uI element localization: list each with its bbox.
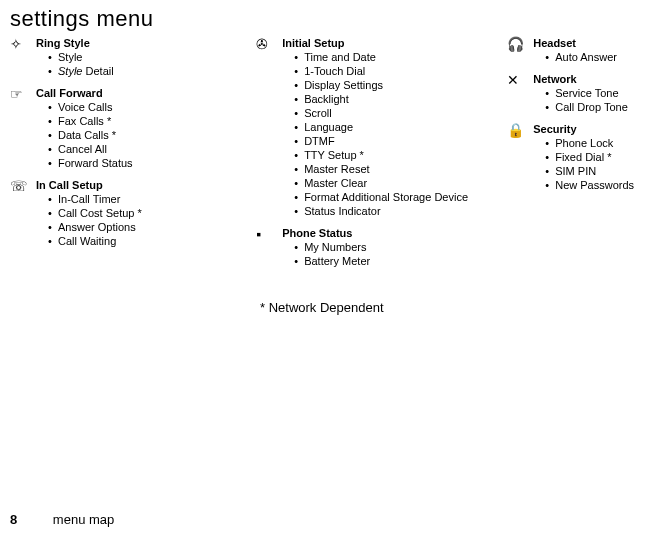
list-item: Fax Calls * [48,114,256,128]
menu-section: 🔒SecurityPhone LockFixed Dial *SIM PINNe… [507,122,647,192]
menu-section: ✧Ring StyleStyleStyle Detail [10,36,256,78]
section-heading: Phone Status [282,226,507,240]
section-list: Voice CallsFax Calls *Data Calls *Cancel… [36,100,256,170]
menu-section: ▪Phone StatusMy NumbersBattery Meter [256,226,507,268]
section-heading: Security [533,122,647,136]
section-list: Auto Answer [533,50,647,64]
section-list: StyleStyle Detail [36,50,256,78]
list-item: Data Calls * [48,128,256,142]
column-2: ✇Initial SetupTime and Date1-Touch DialD… [256,36,507,276]
in-call-setup-icon: ☏ [10,178,30,248]
network-icon: ✕ [507,72,527,114]
list-item: Format Additional Storage Device [294,190,507,204]
list-item: My Numbers [294,240,507,254]
list-item: Forward Status [48,156,256,170]
section-heading: Initial Setup [282,36,507,50]
menu-section: ✕NetworkService ToneCall Drop Tone [507,72,647,114]
section-body: Initial SetupTime and Date1-Touch DialDi… [276,36,507,218]
list-item: 1-Touch Dial [294,64,507,78]
italic-text: Style [58,65,82,77]
headset-icon: 🎧 [507,36,527,64]
list-item: Style [48,50,256,64]
call-forward-icon: ☞ [10,86,30,170]
list-item: Master Reset [294,162,507,176]
page-number: 8 [10,512,17,527]
list-item: Status Indicator [294,204,507,218]
section-body: SecurityPhone LockFixed Dial *SIM PINNew… [527,122,647,192]
menu-section: ☏In Call SetupIn-Call TimerCall Cost Set… [10,178,256,248]
section-list: My NumbersBattery Meter [282,240,507,268]
menu-section: ✇Initial SetupTime and Date1-Touch DialD… [256,36,507,218]
section-body: In Call SetupIn-Call TimerCall Cost Setu… [30,178,256,248]
list-item: Cancel All [48,142,256,156]
section-heading: Network [533,72,647,86]
section-body: HeadsetAuto Answer [527,36,647,64]
initial-setup-icon: ✇ [256,36,276,218]
section-list: Service ToneCall Drop Tone [533,86,647,114]
footnote: * Network Dependent [0,300,657,315]
list-item: Master Clear [294,176,507,190]
page-title: settings menu [0,0,657,36]
section-heading: Ring Style [36,36,256,50]
list-item: Language [294,120,507,134]
section-list: Phone LockFixed Dial *SIM PINNew Passwor… [533,136,647,192]
section-body: NetworkService ToneCall Drop Tone [527,72,647,114]
columns-container: ✧Ring StyleStyleStyle Detail☞Call Forwar… [0,36,657,276]
list-item: New Passwords [545,178,647,192]
menu-section: 🎧HeadsetAuto Answer [507,36,647,64]
section-body: Call ForwardVoice CallsFax Calls *Data C… [30,86,256,170]
list-item: SIM PIN [545,164,647,178]
menu-section: ☞Call ForwardVoice CallsFax Calls *Data … [10,86,256,170]
section-list: Time and Date1-Touch DialDisplay Setting… [282,50,507,218]
list-item: Voice Calls [48,100,256,114]
phone-status-icon: ▪ [256,226,276,268]
section-body: Phone StatusMy NumbersBattery Meter [276,226,507,268]
section-body: Ring StyleStyleStyle Detail [30,36,256,78]
list-item: Battery Meter [294,254,507,268]
list-item: Scroll [294,106,507,120]
column-3: 🎧HeadsetAuto Answer✕NetworkService ToneC… [507,36,647,276]
list-item: Call Waiting [48,234,256,248]
plain-text: Detail [82,65,113,77]
section-heading: In Call Setup [36,178,256,192]
section-heading: Call Forward [36,86,256,100]
section-heading: Headset [533,36,647,50]
section-list: In-Call TimerCall Cost Setup *Answer Opt… [36,192,256,248]
list-item: In-Call Timer [48,192,256,206]
column-1: ✧Ring StyleStyleStyle Detail☞Call Forwar… [10,36,256,276]
footer: 8 menu map [10,512,114,527]
ring-style-icon: ✧ [10,36,30,78]
list-item: TTY Setup * [294,148,507,162]
list-item: Call Drop Tone [545,100,647,114]
list-item: Answer Options [48,220,256,234]
list-item: DTMF [294,134,507,148]
list-item: Service Tone [545,86,647,100]
list-item: Backlight [294,92,507,106]
footer-section: menu map [53,512,114,527]
list-item: Display Settings [294,78,507,92]
list-item: Call Cost Setup * [48,206,256,220]
list-item: Auto Answer [545,50,647,64]
list-item: Time and Date [294,50,507,64]
list-item: Phone Lock [545,136,647,150]
list-item: Fixed Dial * [545,150,647,164]
security-icon: 🔒 [507,122,527,192]
list-item: Style Detail [48,64,256,78]
